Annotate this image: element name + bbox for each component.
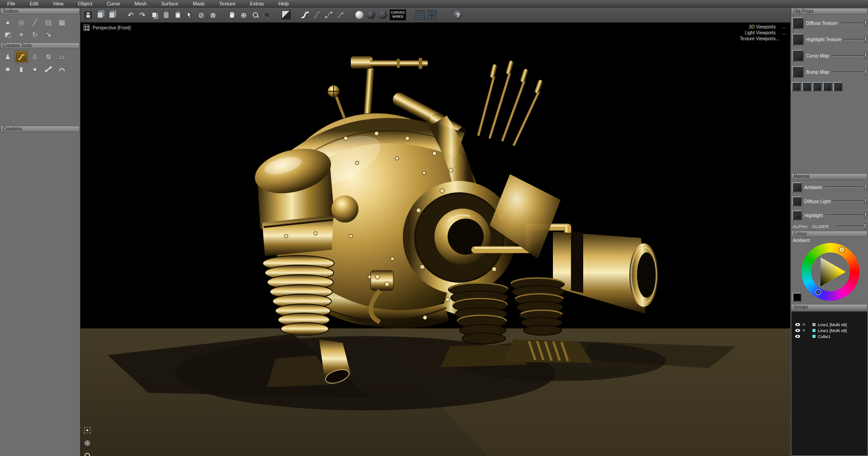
texture-preview-5[interactable] [833, 82, 843, 91]
highlight-slider[interactable] [826, 214, 863, 216]
redo-button[interactable]: ↷ [137, 9, 148, 21]
plane-primitive-button[interactable]: ▱ [55, 51, 69, 63]
highlight-thumbnail[interactable] [792, 210, 802, 220]
diffuse-light-slider-handle[interactable] [864, 198, 867, 204]
grid-toggle-button[interactable] [414, 9, 426, 21]
lathe-primitive-button[interactable]: ♙ [28, 51, 42, 63]
wireframe-button[interactable] [261, 9, 273, 21]
cylinder-primitive-button[interactable]: ▮ [14, 63, 28, 75]
paste-button[interactable] [160, 9, 172, 21]
levels-tool-button[interactable]: ▤ [42, 16, 55, 28]
texture-preview-3[interactable] [812, 82, 822, 91]
menu-mesh[interactable]: Mesh [127, 1, 154, 6]
freeze-icon[interactable]: ✳ [801, 322, 807, 327]
rotate-tool-button[interactable]: ↻ [28, 28, 42, 41]
orbit-button[interactable]: ⊕ [238, 9, 250, 21]
torus-tool-button[interactable]: ◎ [14, 16, 28, 28]
menu-curve[interactable]: Curve [99, 1, 127, 6]
cube-tool-button[interactable]: ◩ [1, 28, 14, 41]
viewport-zoom-button[interactable] [83, 451, 91, 456]
diffuse-light-slider[interactable] [833, 200, 863, 202]
alpha-slider[interactable] [836, 226, 863, 227]
textured-view-button[interactable] [365, 9, 377, 21]
link-light-viewports[interactable]: Light Viewports... [740, 30, 786, 36]
curve-primitive-button[interactable] [14, 51, 28, 63]
copy-button[interactable] [148, 9, 160, 21]
menu-file[interactable]: File [0, 1, 23, 6]
viewport-3d[interactable]: Perspective [Front] 3D Viewports... Ligh… [80, 23, 790, 456]
shaded-view-button[interactable] [354, 9, 365, 21]
highlight-texture-thumbnail[interactable] [792, 33, 804, 45]
draw-curve-button[interactable] [299, 9, 311, 21]
group-row-line1-a[interactable]: ✳ Line1 [Multi x9] [792, 322, 867, 327]
curve-extend-button[interactable] [335, 9, 346, 21]
highlight-slider-handle[interactable] [864, 212, 867, 218]
sphere-tool-button[interactable]: ● [1, 16, 14, 28]
help-button[interactable]: ? [452, 9, 464, 21]
scale-tool-button[interactable]: ↘ [42, 28, 55, 41]
viewport-layout-icon[interactable] [83, 24, 90, 31]
curvy-map-slider-handle[interactable] [864, 53, 867, 59]
highlight-texture-slider[interactable] [844, 39, 863, 40]
curvy-map-thumbnail[interactable] [792, 50, 804, 62]
visibility-icon[interactable] [795, 335, 800, 338]
link-3d-viewports[interactable]: 3D Viewports... [740, 24, 786, 30]
image-tool-button[interactable]: ▦ [55, 16, 69, 28]
slice-tool-button[interactable]: ╱ [28, 16, 42, 28]
current-colour-swatch[interactable] [793, 293, 802, 302]
translate-tool-button[interactable]: + [14, 28, 28, 41]
open-button[interactable] [94, 9, 106, 21]
save-button[interactable] [82, 9, 94, 21]
arc-primitive-button[interactable] [55, 63, 69, 75]
group-row-cube1[interactable]: ✳ Cube1 [792, 333, 867, 339]
select-button[interactable] [184, 9, 195, 21]
wire-shade-view-button[interactable] [377, 9, 389, 21]
visibility-icon[interactable] [795, 329, 800, 332]
import-button[interactable] [106, 9, 118, 21]
zoom-button[interactable] [250, 9, 261, 21]
paste-special-button[interactable] [172, 9, 184, 21]
mask-off-button[interactable]: ⊘ [195, 9, 207, 21]
viewport-pan-button[interactable]: ⊕ [83, 439, 91, 447]
group-row-line1-b[interactable]: ✳ Line1 [Multi x9] [792, 328, 867, 333]
curvy-map-slider[interactable] [832, 55, 863, 57]
cube-primitive-button[interactable]: ■ [1, 63, 14, 75]
diffuse-texture-slider[interactable] [840, 23, 863, 24]
texture-preview-2[interactable] [802, 82, 811, 91]
hue-handle[interactable] [840, 247, 844, 252]
bump-map-slider[interactable] [832, 71, 863, 73]
menu-view[interactable]: View [46, 1, 71, 6]
menu-help[interactable]: Help [271, 1, 296, 6]
bump-map-slider-handle[interactable] [864, 69, 867, 75]
texture-preview-4[interactable] [823, 82, 832, 91]
diffuse-texture-thumbnail[interactable] [792, 17, 804, 29]
link-texture-viewports[interactable]: Texture Viewports... [740, 36, 786, 42]
menu-edit[interactable]: Edit [23, 1, 46, 6]
pan-button[interactable] [226, 9, 238, 21]
highlight-texture-slider-handle[interactable] [864, 37, 867, 43]
diffuse-texture-slider-handle[interactable] [864, 20, 867, 26]
bone-primitive-button[interactable] [42, 63, 55, 75]
menu-texture[interactable]: Texture [212, 1, 243, 6]
cancel-button[interactable]: ⊗ [207, 9, 219, 21]
menu-object[interactable]: Object [71, 1, 99, 6]
figure-primitive-button[interactable]: ♟ [1, 51, 14, 63]
s-curve-primitive-button[interactable]: S [42, 51, 55, 63]
bump-map-thumbnail[interactable] [792, 66, 804, 78]
edit-curve-button[interactable] [311, 9, 323, 21]
saturation-handle[interactable] [816, 290, 821, 294]
sphere-primitive-button[interactable]: ● [28, 63, 42, 75]
surface-slope-button[interactable] [280, 9, 292, 21]
freeze-icon[interactable]: ✳ [801, 328, 807, 333]
curve-points-button[interactable] [323, 9, 335, 21]
saturation-triangle[interactable] [811, 252, 850, 292]
diffuse-light-thumbnail[interactable] [792, 196, 802, 206]
undo-button[interactable]: ↶ [125, 9, 137, 21]
menu-mask[interactable]: Mask [185, 1, 212, 6]
visibility-icon[interactable] [795, 323, 800, 326]
grid-plane-button[interactable]: ◆ [426, 9, 438, 21]
ambient-slider[interactable] [825, 186, 863, 188]
alpha-slider-handle[interactable] [864, 223, 866, 229]
texture-preview-1[interactable] [792, 82, 801, 91]
ambient-thumbnail[interactable] [792, 182, 802, 192]
